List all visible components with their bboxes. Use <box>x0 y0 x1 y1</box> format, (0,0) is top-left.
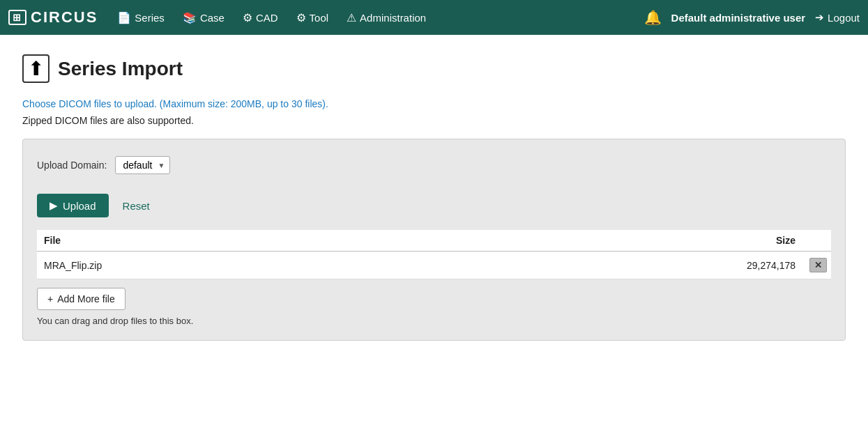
file-actions-cell: ✕ <box>802 252 831 279</box>
nav-items: 📄 Series 📚 Case ⚙ CAD ⚙ Tool ⚠ Administr… <box>110 7 644 29</box>
notification-bell-icon[interactable]: 🔔 <box>644 9 662 26</box>
add-more-file-button[interactable]: + Add More file <box>37 288 125 310</box>
file-table-header-row: File Size <box>37 230 831 252</box>
nav-item-tool[interactable]: ⚙ Tool <box>289 7 336 29</box>
size-col-header: Size <box>446 230 802 252</box>
upload-button[interactable]: ▶ Upload <box>37 194 109 217</box>
file-table-body: MRA_Flip.zip 29,274,178 ✕ <box>37 252 831 279</box>
nav-item-series[interactable]: 📄 Series <box>110 7 172 29</box>
series-icon: 📄 <box>117 11 131 24</box>
navbar: ⊞ CIRCUS 📄 Series 📚 Case ⚙ CAD ⚙ Tool ⚠ … <box>0 0 868 35</box>
nav-cad-label: CAD <box>256 12 278 24</box>
upload-circle-icon: ▶ <box>50 199 58 212</box>
brand-logo[interactable]: ⊞ CIRCUS <box>8 8 98 26</box>
nav-series-label: Series <box>135 12 165 24</box>
brand-icon: ⊞ <box>8 10 26 25</box>
reset-button-label: Reset <box>123 200 150 212</box>
tool-icon: ⚙ <box>296 11 306 24</box>
file-col-header: File <box>37 230 446 252</box>
delete-file-button[interactable]: ✕ <box>809 258 827 272</box>
nav-item-cad[interactable]: ⚙ CAD <box>236 7 285 29</box>
nav-item-case[interactable]: 📚 Case <box>176 7 231 29</box>
logout-icon: ➔ <box>815 11 824 24</box>
domain-select[interactable]: default <box>115 156 170 174</box>
nav-case-label: Case <box>200 12 224 24</box>
logout-button[interactable]: ➔ Logout <box>815 11 860 24</box>
add-more-row: + Add More file <box>37 288 831 310</box>
cad-icon: ⚙ <box>243 11 252 24</box>
info-text: Choose DICOM files to upload. (Maximum s… <box>22 98 846 109</box>
file-size-cell: 29,274,178 <box>446 252 802 279</box>
upload-domain-label: Upload Domain: <box>37 160 107 171</box>
administration-icon: ⚠ <box>347 11 356 24</box>
btn-row: ▶ Upload Reset <box>37 194 831 217</box>
page-title: Series Import <box>58 58 183 80</box>
upload-box: Upload Domain: default ▶ Upload Reset Fi… <box>22 139 846 341</box>
nav-item-administration[interactable]: ⚠ Administration <box>340 7 433 29</box>
zip-text: Zipped DICOM files are also supported. <box>22 115 846 126</box>
file-table: File Size MRA_Flip.zip 29,274,178 ✕ <box>37 230 831 279</box>
user-name: Default administrative user <box>671 12 806 24</box>
file-table-header: File Size <box>37 230 831 252</box>
domain-select-wrapper[interactable]: default <box>115 156 170 174</box>
page-title-row: ⬆ Series Import <box>22 54 846 83</box>
drag-drop-hint: You can drag and drop files to this box. <box>37 316 831 326</box>
nav-tool-label: Tool <box>310 12 329 24</box>
upload-domain-row: Upload Domain: default <box>37 156 831 174</box>
file-name-cell: MRA_Flip.zip <box>37 252 446 279</box>
reset-button[interactable]: Reset <box>120 194 153 217</box>
brand-name: CIRCUS <box>31 8 98 26</box>
add-more-plus-icon: + <box>47 293 53 304</box>
add-more-file-label: Add More file <box>57 293 114 304</box>
page-title-icon: ⬆ <box>22 54 50 83</box>
logout-label: Logout <box>828 12 860 24</box>
navbar-right: 🔔 Default administrative user ➔ Logout <box>644 9 860 26</box>
table-row: MRA_Flip.zip 29,274,178 ✕ <box>37 252 831 279</box>
nav-administration-label: Administration <box>360 12 426 24</box>
case-icon: 📚 <box>183 11 197 24</box>
actions-col-header <box>802 230 831 252</box>
main-content: ⬆ Series Import Choose DICOM files to up… <box>0 35 868 360</box>
upload-button-label: Upload <box>63 200 96 212</box>
